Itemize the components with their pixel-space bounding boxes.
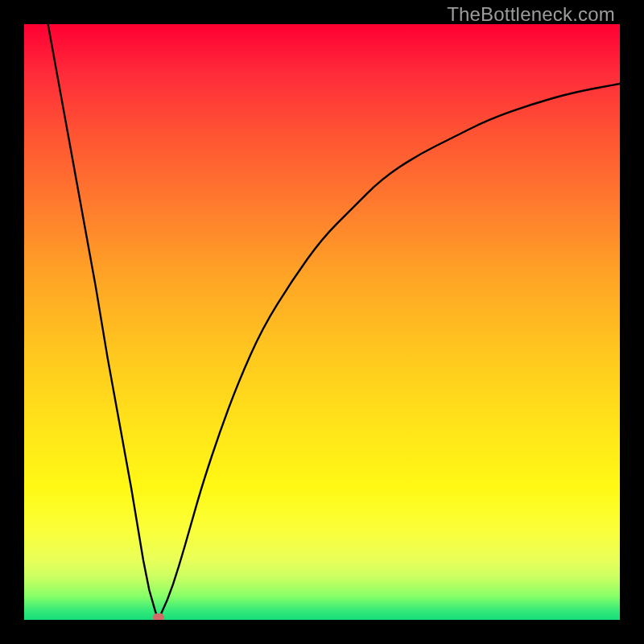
bottleneck-curve	[24, 24, 620, 620]
chart-frame: TheBottleneck.com	[0, 0, 644, 644]
optimum-marker	[153, 613, 164, 620]
plot-area	[24, 24, 620, 620]
watermark-text: TheBottleneck.com	[447, 3, 615, 26]
curve-path	[48, 24, 620, 620]
